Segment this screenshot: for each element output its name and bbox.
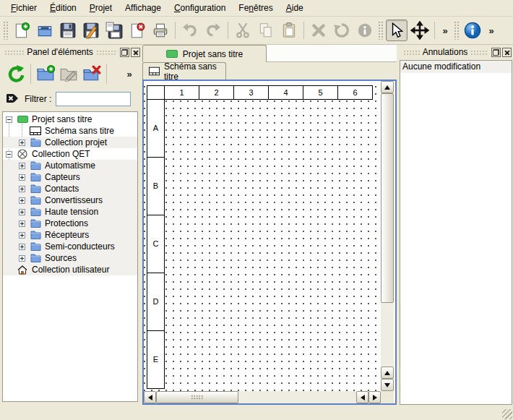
elements-panel-titlebar[interactable]: Panel d'éléments: [1, 46, 140, 58]
scroll-up-button[interactable]: [381, 81, 394, 93]
vertical-scrollbar-thumb[interactable]: [381, 93, 394, 303]
rotate-button[interactable]: [331, 20, 353, 41]
tree-item-contacts[interactable]: Contacts: [3, 183, 137, 194]
tree-item-collection-projet[interactable]: Collection projet: [3, 137, 137, 148]
float-panel-button[interactable]: [120, 48, 129, 57]
expand-expander-icon[interactable]: [19, 197, 25, 204]
scroll-right-button[interactable]: [368, 391, 381, 403]
titlebar-texture: [4, 50, 24, 55]
menu-fenetres[interactable]: Fenêtres: [232, 1, 279, 14]
schema-icon: [30, 127, 41, 135]
tree-item-convertisseurs[interactable]: Convertisseurs: [3, 194, 137, 206]
panel-overflow-button[interactable]: »: [123, 63, 136, 85]
tree-item-projet-sans-titre[interactable]: Projet sans titre: [3, 113, 137, 125]
schema-tab-label: Schéma sans titre: [164, 61, 225, 82]
info-gray-icon: [356, 22, 374, 39]
collapse-expander-icon[interactable]: [6, 151, 12, 158]
close-panel-button[interactable]: [131, 48, 140, 57]
toolbar-overflow-button[interactable]: »: [439, 20, 452, 41]
tree-item-semi-conducteurs[interactable]: Semi-conducteurs: [3, 241, 137, 252]
menu-edition[interactable]: Édition: [43, 1, 83, 14]
expand-expander-icon[interactable]: [19, 140, 25, 146]
select-mode-button[interactable]: [386, 20, 408, 41]
vertical-scrollbar[interactable]: [381, 81, 394, 391]
move-mode-button[interactable]: [409, 20, 431, 41]
delete-button[interactable]: [308, 20, 329, 41]
row-header-a: A: [147, 99, 165, 158]
save-button[interactable]: [57, 20, 79, 41]
tab-schema-sans-titre[interactable]: Schéma sans titre: [142, 62, 226, 80]
save-as-button[interactable]: [80, 20, 102, 41]
close-document-button[interactable]: [126, 20, 148, 41]
tree-item-label: Haute tension: [45, 207, 98, 217]
expand-expander-icon[interactable]: [19, 255, 25, 262]
tree-item-collection-utilisateur[interactable]: Collection utilisateur: [3, 264, 137, 275]
open-button[interactable]: [34, 20, 56, 41]
column-header-2: 2: [199, 85, 234, 100]
tree-item-sources[interactable]: Sources: [3, 252, 137, 264]
toolbar-separator: [434, 22, 435, 39]
scroll-left-button[interactable]: [356, 391, 368, 403]
scroll-left-button[interactable]: [144, 391, 156, 403]
expand-expander-icon[interactable]: [19, 174, 25, 181]
tree-item-automatisme[interactable]: Automatisme: [3, 160, 137, 171]
undo-history-item[interactable]: Aucune modification: [400, 61, 512, 73]
undo-button[interactable]: [179, 20, 201, 41]
tree-item-label: Semi-conducteurs: [45, 241, 115, 252]
close-panel-button[interactable]: [502, 48, 512, 57]
menu-aide[interactable]: Aide: [280, 1, 310, 14]
copy-button[interactable]: [255, 20, 277, 41]
toolbar-handle[interactable]: [378, 21, 384, 40]
edit-category-button[interactable]: [58, 63, 79, 85]
redo-button[interactable]: [202, 20, 224, 41]
expand-expander-icon[interactable]: [19, 209, 25, 215]
diagram-info-button[interactable]: [462, 20, 483, 41]
copy-icon: [257, 22, 275, 39]
toolbar-overflow-button[interactable]: »: [485, 20, 498, 41]
expand-expander-icon[interactable]: [19, 244, 25, 250]
info-button[interactable]: [354, 20, 376, 41]
tree-item-capteurs[interactable]: Capteurs: [3, 171, 137, 183]
toolbar-handle[interactable]: [3, 21, 9, 40]
filter-input[interactable]: [56, 92, 131, 106]
collapse-expander-icon[interactable]: [6, 116, 12, 123]
expand-expander-icon[interactable]: [19, 220, 25, 227]
move-icon: [410, 21, 429, 40]
expand-expander-icon[interactable]: [19, 232, 25, 239]
new-document-button[interactable]: [11, 20, 33, 41]
menu-configuration[interactable]: Configuration: [168, 1, 232, 14]
toolbar-handle[interactable]: [454, 21, 460, 40]
tree-item-schema-sans-titre[interactable]: Schéma sans titre: [3, 125, 137, 137]
tree-item-protections[interactable]: Protections: [3, 218, 137, 229]
tree-item-label: Récepteurs: [45, 230, 89, 240]
titlebar-texture: [470, 50, 487, 55]
scroll-up-button[interactable]: [381, 367, 394, 379]
menu-affichage[interactable]: Affichage: [118, 1, 168, 14]
schema-viewport: 1 2 3 4 5 6 A B C D E: [142, 80, 397, 405]
tree-item-recepteurs[interactable]: Récepteurs: [3, 229, 137, 241]
menu-projet[interactable]: Projet: [83, 1, 118, 14]
delete-category-button[interactable]: [81, 63, 103, 85]
schema-column-headers: 1 2 3 4 5 6: [147, 85, 373, 100]
window-resize-grip[interactable]: [502, 409, 512, 419]
folder-icon: [30, 161, 41, 170]
undo-panel-titlebar[interactable]: Annulations: [400, 46, 512, 58]
reload-collections-button[interactable]: [5, 63, 27, 85]
tree-item-collection-qet[interactable]: Collection QET: [3, 148, 137, 160]
save-all-button[interactable]: [103, 20, 125, 41]
scroll-down-button[interactable]: [381, 379, 394, 391]
tab-projet-sans-titre[interactable]: Projet sans titre: [142, 45, 267, 62]
cut-button[interactable]: [232, 20, 254, 41]
tree-item-haute-tension[interactable]: Haute tension: [3, 206, 137, 218]
expand-expander-icon[interactable]: [19, 163, 25, 169]
clear-filter-button[interactable]: [6, 93, 19, 106]
new-category-button[interactable]: [35, 63, 56, 85]
expand-expander-icon[interactable]: [19, 186, 25, 192]
float-panel-button[interactable]: [491, 48, 501, 57]
menu-fichier[interactable]: Fichier: [4, 1, 43, 14]
schema-canvas[interactable]: 1 2 3 4 5 6 A B C D E: [144, 81, 381, 391]
horizontal-scrollbar[interactable]: [144, 391, 381, 403]
print-button[interactable]: [150, 20, 171, 41]
horizontal-scrollbar-thumb[interactable]: [156, 391, 238, 403]
paste-button[interactable]: [278, 20, 300, 41]
